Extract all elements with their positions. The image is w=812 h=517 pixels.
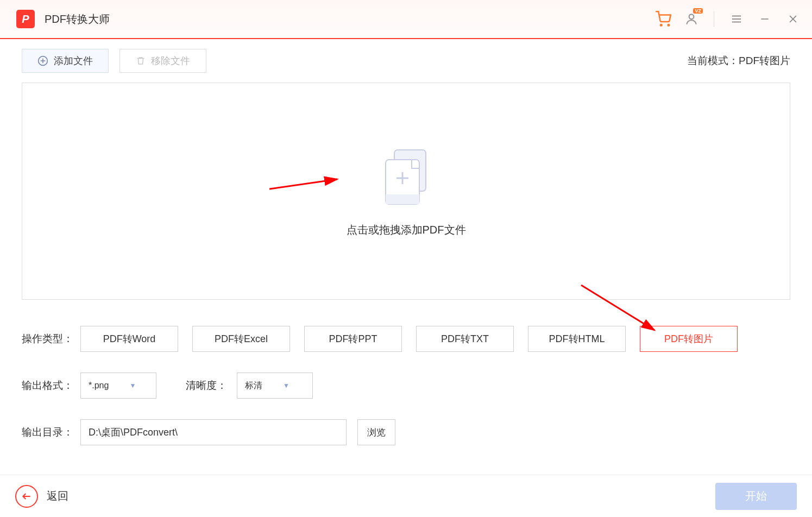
file-toolbar: 添加文件 移除文件 当前模式：PDF转图片 [22,49,790,73]
format-clarity-row: 输出格式： *.png ▼ 清晰度： 标清 ▼ [22,373,790,399]
clarity-select[interactable]: 标清 ▼ [237,373,313,399]
annotation-arrow-1 [269,173,345,194]
output-format-label: 输出格式： [22,379,80,393]
file-dropzone[interactable]: 点击或拖拽添加PDF文件 [22,83,790,300]
type-pdf-to-image[interactable]: PDF转图片 [640,326,738,352]
add-file-label: 添加文件 [54,54,93,67]
content-area: 添加文件 移除文件 当前模式：PDF转图片 点击或拖拽添加PDF文件 [0,39,812,445]
chevron-down-icon: ▼ [129,382,136,389]
clarity-value: 标清 [245,380,262,392]
add-file-button[interactable]: 添加文件 [22,49,109,73]
output-format-value: *.png [89,381,109,390]
app-title: PDF转换大师 [45,12,655,27]
mode-value: PDF转图片 [739,55,790,66]
type-pdf-to-ppt[interactable]: PDF转PPT [304,326,402,352]
menu-icon[interactable] [728,11,745,27]
type-pdf-to-html[interactable]: PDF转HTML [528,326,626,352]
output-dir-label: 输出目录： [22,425,80,439]
svg-point-0 [660,24,662,26]
minimize-icon[interactable] [757,11,773,27]
back-label: 返回 [47,489,68,503]
svg-point-1 [668,24,670,26]
back-button[interactable]: 返回 [15,485,68,508]
output-dir-row: 输出目录： D:\桌面\PDFconvert\ 浏览 [22,419,790,445]
logo-letter: P [22,13,29,26]
title-bar: P PDF转换大师 VZ [0,0,812,39]
start-button[interactable]: 开始 [715,483,797,510]
svg-rect-15 [386,194,419,204]
chevron-down-icon: ▼ [283,382,289,389]
titlebar-controls: VZ [655,11,801,27]
type-pdf-to-excel[interactable]: PDF转Excel [192,326,290,352]
svg-point-2 [689,14,694,19]
operation-type-row: 操作类型： PDF转Word PDF转Excel PDF转PPT PDF转TXT… [22,326,790,352]
add-file-icon [379,146,433,211]
operation-type-label: 操作类型： [22,332,80,346]
svg-line-12 [269,179,337,189]
user-icon[interactable]: VZ [683,11,700,27]
options-panel: 操作类型： PDF转Word PDF转Excel PDF转PPT PDF转TXT… [22,326,790,445]
output-dir-value: D:\桌面\PDFconvert\ [89,426,178,439]
output-format-select[interactable]: *.png ▼ [80,373,156,399]
remove-file-label: 移除文件 [151,54,190,67]
clarity-label: 清晰度： [186,379,227,393]
dropzone-hint: 点击或拖拽添加PDF文件 [347,223,466,237]
output-dir-input[interactable]: D:\桌面\PDFconvert\ [80,419,347,445]
browse-button[interactable]: 浏览 [357,419,395,445]
current-mode: 当前模式：PDF转图片 [687,54,790,68]
operation-type-buttons: PDF转Word PDF转Excel PDF转PPT PDF转TXT PDF转H… [80,326,790,352]
type-pdf-to-word[interactable]: PDF转Word [80,326,178,352]
close-icon[interactable] [785,11,801,27]
divider [714,11,714,27]
user-badge: VZ [693,8,703,14]
type-pdf-to-txt[interactable]: PDF转TXT [416,326,514,352]
cart-icon[interactable] [655,11,671,27]
remove-file-button[interactable]: 移除文件 [119,49,206,73]
app-logo: P [16,10,35,28]
back-arrow-icon [15,485,38,508]
footer-bar: 返回 开始 [0,475,812,517]
mode-prefix: 当前模式： [687,55,739,66]
